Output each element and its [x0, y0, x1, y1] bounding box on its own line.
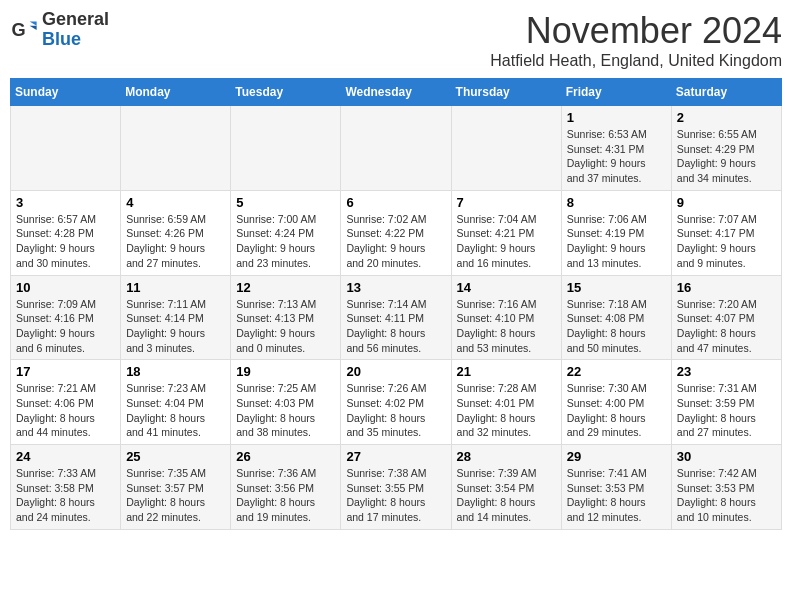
week-row-4: 17Sunrise: 7:21 AMSunset: 4:06 PMDayligh… — [11, 360, 782, 445]
calendar-cell: 11Sunrise: 7:11 AMSunset: 4:14 PMDayligh… — [121, 275, 231, 360]
day-info: Sunrise: 7:38 AMSunset: 3:55 PMDaylight:… — [346, 466, 445, 525]
svg-marker-1 — [30, 21, 37, 25]
day-number: 25 — [126, 449, 225, 464]
day-number: 14 — [457, 280, 556, 295]
header-day-sunday: Sunday — [11, 79, 121, 106]
day-number: 20 — [346, 364, 445, 379]
calendar-cell: 19Sunrise: 7:25 AMSunset: 4:03 PMDayligh… — [231, 360, 341, 445]
calendar-cell: 28Sunrise: 7:39 AMSunset: 3:54 PMDayligh… — [451, 445, 561, 530]
calendar-cell — [231, 106, 341, 191]
day-number: 18 — [126, 364, 225, 379]
day-info: Sunrise: 7:14 AMSunset: 4:11 PMDaylight:… — [346, 297, 445, 356]
calendar-cell: 4Sunrise: 6:59 AMSunset: 4:26 PMDaylight… — [121, 190, 231, 275]
day-number: 27 — [346, 449, 445, 464]
page-header: G General Blue November 2024 Hatfield He… — [10, 10, 782, 70]
day-number: 6 — [346, 195, 445, 210]
header-row: SundayMondayTuesdayWednesdayThursdayFrid… — [11, 79, 782, 106]
calendar-table: SundayMondayTuesdayWednesdayThursdayFrid… — [10, 78, 782, 530]
calendar-cell: 14Sunrise: 7:16 AMSunset: 4:10 PMDayligh… — [451, 275, 561, 360]
calendar-cell: 3Sunrise: 6:57 AMSunset: 4:28 PMDaylight… — [11, 190, 121, 275]
day-info: Sunrise: 7:06 AMSunset: 4:19 PMDaylight:… — [567, 212, 666, 271]
day-info: Sunrise: 7:11 AMSunset: 4:14 PMDaylight:… — [126, 297, 225, 356]
calendar-cell: 26Sunrise: 7:36 AMSunset: 3:56 PMDayligh… — [231, 445, 341, 530]
day-info: Sunrise: 7:28 AMSunset: 4:01 PMDaylight:… — [457, 381, 556, 440]
day-number: 22 — [567, 364, 666, 379]
day-number: 26 — [236, 449, 335, 464]
header-day-tuesday: Tuesday — [231, 79, 341, 106]
calendar-cell — [121, 106, 231, 191]
calendar-cell: 17Sunrise: 7:21 AMSunset: 4:06 PMDayligh… — [11, 360, 121, 445]
header-day-thursday: Thursday — [451, 79, 561, 106]
week-row-1: 1Sunrise: 6:53 AMSunset: 4:31 PMDaylight… — [11, 106, 782, 191]
calendar-cell: 29Sunrise: 7:41 AMSunset: 3:53 PMDayligh… — [561, 445, 671, 530]
logo-blue-text: Blue — [42, 29, 81, 49]
svg-marker-2 — [30, 26, 37, 30]
day-info: Sunrise: 7:41 AMSunset: 3:53 PMDaylight:… — [567, 466, 666, 525]
header-day-saturday: Saturday — [671, 79, 781, 106]
day-info: Sunrise: 7:31 AMSunset: 3:59 PMDaylight:… — [677, 381, 776, 440]
calendar-cell: 8Sunrise: 7:06 AMSunset: 4:19 PMDaylight… — [561, 190, 671, 275]
day-number: 7 — [457, 195, 556, 210]
day-info: Sunrise: 7:16 AMSunset: 4:10 PMDaylight:… — [457, 297, 556, 356]
calendar-cell: 1Sunrise: 6:53 AMSunset: 4:31 PMDaylight… — [561, 106, 671, 191]
calendar-cell: 23Sunrise: 7:31 AMSunset: 3:59 PMDayligh… — [671, 360, 781, 445]
day-number: 29 — [567, 449, 666, 464]
day-info: Sunrise: 6:57 AMSunset: 4:28 PMDaylight:… — [16, 212, 115, 271]
day-info: Sunrise: 7:00 AMSunset: 4:24 PMDaylight:… — [236, 212, 335, 271]
logo-text: General Blue — [42, 10, 109, 50]
day-number: 19 — [236, 364, 335, 379]
calendar-cell: 10Sunrise: 7:09 AMSunset: 4:16 PMDayligh… — [11, 275, 121, 360]
week-row-2: 3Sunrise: 6:57 AMSunset: 4:28 PMDaylight… — [11, 190, 782, 275]
day-number: 30 — [677, 449, 776, 464]
day-info: Sunrise: 6:59 AMSunset: 4:26 PMDaylight:… — [126, 212, 225, 271]
header-day-friday: Friday — [561, 79, 671, 106]
day-number: 2 — [677, 110, 776, 125]
calendar-cell: 2Sunrise: 6:55 AMSunset: 4:29 PMDaylight… — [671, 106, 781, 191]
day-number: 8 — [567, 195, 666, 210]
day-info: Sunrise: 7:20 AMSunset: 4:07 PMDaylight:… — [677, 297, 776, 356]
calendar-cell: 22Sunrise: 7:30 AMSunset: 4:00 PMDayligh… — [561, 360, 671, 445]
calendar-cell — [451, 106, 561, 191]
logo: G General Blue — [10, 10, 109, 50]
day-number: 12 — [236, 280, 335, 295]
day-number: 9 — [677, 195, 776, 210]
day-number: 23 — [677, 364, 776, 379]
calendar-cell: 9Sunrise: 7:07 AMSunset: 4:17 PMDaylight… — [671, 190, 781, 275]
logo-general-text: General — [42, 9, 109, 29]
calendar-cell — [11, 106, 121, 191]
calendar-cell: 6Sunrise: 7:02 AMSunset: 4:22 PMDaylight… — [341, 190, 451, 275]
day-info: Sunrise: 6:55 AMSunset: 4:29 PMDaylight:… — [677, 127, 776, 186]
calendar-cell: 21Sunrise: 7:28 AMSunset: 4:01 PMDayligh… — [451, 360, 561, 445]
calendar-cell: 5Sunrise: 7:00 AMSunset: 4:24 PMDaylight… — [231, 190, 341, 275]
day-info: Sunrise: 7:26 AMSunset: 4:02 PMDaylight:… — [346, 381, 445, 440]
week-row-5: 24Sunrise: 7:33 AMSunset: 3:58 PMDayligh… — [11, 445, 782, 530]
day-number: 3 — [16, 195, 115, 210]
logo-icon: G — [10, 16, 38, 44]
day-info: Sunrise: 7:02 AMSunset: 4:22 PMDaylight:… — [346, 212, 445, 271]
day-info: Sunrise: 6:53 AMSunset: 4:31 PMDaylight:… — [567, 127, 666, 186]
day-info: Sunrise: 7:42 AMSunset: 3:53 PMDaylight:… — [677, 466, 776, 525]
location-text: Hatfield Heath, England, United Kingdom — [490, 52, 782, 70]
day-number: 21 — [457, 364, 556, 379]
day-info: Sunrise: 7:30 AMSunset: 4:00 PMDaylight:… — [567, 381, 666, 440]
day-info: Sunrise: 7:13 AMSunset: 4:13 PMDaylight:… — [236, 297, 335, 356]
calendar-cell: 24Sunrise: 7:33 AMSunset: 3:58 PMDayligh… — [11, 445, 121, 530]
calendar-header: SundayMondayTuesdayWednesdayThursdayFrid… — [11, 79, 782, 106]
day-number: 28 — [457, 449, 556, 464]
day-number: 13 — [346, 280, 445, 295]
calendar-cell: 16Sunrise: 7:20 AMSunset: 4:07 PMDayligh… — [671, 275, 781, 360]
day-info: Sunrise: 7:36 AMSunset: 3:56 PMDaylight:… — [236, 466, 335, 525]
day-number: 17 — [16, 364, 115, 379]
title-block: November 2024 Hatfield Heath, England, U… — [490, 10, 782, 70]
day-number: 1 — [567, 110, 666, 125]
month-title: November 2024 — [490, 10, 782, 52]
calendar-body: 1Sunrise: 6:53 AMSunset: 4:31 PMDaylight… — [11, 106, 782, 530]
calendar-cell: 20Sunrise: 7:26 AMSunset: 4:02 PMDayligh… — [341, 360, 451, 445]
day-number: 11 — [126, 280, 225, 295]
calendar-cell: 13Sunrise: 7:14 AMSunset: 4:11 PMDayligh… — [341, 275, 451, 360]
day-info: Sunrise: 7:18 AMSunset: 4:08 PMDaylight:… — [567, 297, 666, 356]
day-info: Sunrise: 7:35 AMSunset: 3:57 PMDaylight:… — [126, 466, 225, 525]
calendar-cell: 30Sunrise: 7:42 AMSunset: 3:53 PMDayligh… — [671, 445, 781, 530]
day-info: Sunrise: 7:04 AMSunset: 4:21 PMDaylight:… — [457, 212, 556, 271]
calendar-cell: 12Sunrise: 7:13 AMSunset: 4:13 PMDayligh… — [231, 275, 341, 360]
